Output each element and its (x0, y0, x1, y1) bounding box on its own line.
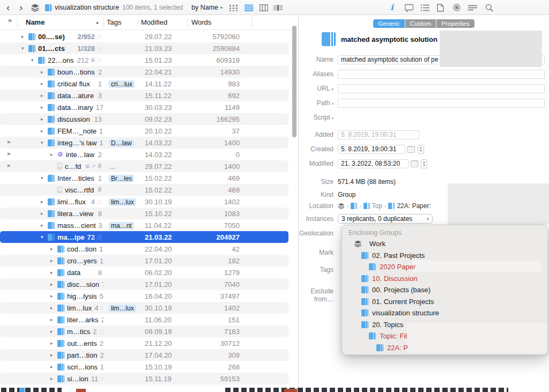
enclosing-group-item[interactable]: 22A: P (342, 342, 547, 354)
calendar-icon[interactable] (407, 146, 415, 153)
tag-pill[interactable]: lim…lux (109, 198, 136, 206)
disclosure-triangle[interactable]: ▸ (50, 152, 57, 157)
disclosure-triangle[interactable]: ▾ (41, 175, 48, 181)
disclosure-triangle[interactable]: ▾ (41, 234, 48, 240)
list-item[interactable]: ▸data…inary1730.03.231149 (0, 101, 288, 113)
disclosure-triangle[interactable]: ▸ (50, 270, 57, 275)
list-item[interactable]: ▸discussion1309.02.23166295 (0, 113, 288, 125)
path-field[interactable] (338, 99, 545, 108)
date-stepper[interactable]: ▲▼ (418, 145, 424, 154)
instances-dropdown[interactable]: 3 replicants, 0 duplicates▾ (338, 214, 433, 224)
list-item[interactable]: visc…rtfd15.02.22469 (0, 184, 288, 196)
disclosure-triangle[interactable]: ▸ (41, 223, 48, 228)
disclosure-triangle[interactable]: ▸ (41, 199, 48, 204)
list-item[interactable]: ▸liter…arks211.06.20151 (0, 314, 288, 326)
disclosure-triangle[interactable]: ▸ (50, 293, 57, 299)
enclosing-group-item[interactable]: 00. Projects (base) (342, 284, 547, 296)
list-item[interactable]: ▸cod…tion122.04.2042 (0, 243, 288, 255)
info-icon[interactable]: i (390, 0, 394, 15)
disclosure-triangle[interactable]: ▸ (50, 376, 57, 381)
sort-button[interactable]: by Name▾ (191, 0, 222, 15)
annotations-icon[interactable] (405, 0, 413, 15)
url-field[interactable] (338, 84, 545, 93)
list-item[interactable]: ▸out…ents221.12.2030712 (0, 337, 288, 349)
list-item[interactable]: ▸data806.02.201279 (0, 267, 288, 278)
disclosure-triangle[interactable]: ▸ (50, 305, 57, 310)
chevron-down-icon[interactable]: ▾ (331, 102, 333, 106)
disclosure-triangle[interactable]: ▸ (41, 81, 48, 86)
list-item[interactable]: ▸data…ature315.11.22692 (0, 90, 288, 101)
document-icon[interactable] (437, 0, 444, 15)
search-icon[interactable] (485, 0, 493, 15)
enclosing-group-item[interactable]: Topic: Fil (342, 330, 547, 342)
list-item[interactable]: ▸part…tion217.04.20309 (0, 349, 288, 361)
list-view-button[interactable] (244, 0, 253, 15)
icons-view-button[interactable] (229, 0, 238, 15)
flag-column-header[interactable]: ⚑ (8, 18, 12, 24)
list-item[interactable]: ⚑▸⚙inte…law214.03.220 (0, 149, 288, 160)
disclosure-triangle[interactable]: ▸ (50, 329, 57, 334)
enclosing-group-item[interactable]: 02. Past Projects (342, 250, 547, 262)
disclosure-triangle[interactable]: ▸ (50, 282, 57, 287)
contents-icon[interactable] (421, 0, 429, 15)
aliases-field[interactable] (338, 70, 545, 79)
list-item[interactable]: ▸cro…yers117.01.20182 (0, 255, 288, 267)
column-header-name[interactable]: Name (26, 18, 44, 26)
tab-properties[interactable]: Properties (436, 19, 474, 28)
column-header-words[interactable]: Words (191, 18, 211, 26)
chevron-down-icon[interactable]: ▾ (331, 87, 333, 91)
list-item[interactable]: ▸si…ion1115.11.1959153 (0, 373, 288, 384)
list-item[interactable]: ⚑▾integ…'s law1D…law14.03.221400 (0, 137, 288, 149)
tag-pill[interactable]: cri…lux (109, 80, 135, 88)
disclosure-triangle[interactable]: ▸ (50, 246, 57, 252)
scrollbar-thumb[interactable] (292, 26, 296, 137)
tag-pill[interactable]: ma…nt (109, 222, 134, 230)
location-path[interactable]: › › Top › 22A: Paper: (338, 202, 431, 210)
enclosing-group-item[interactable]: visualization structure (342, 307, 547, 319)
log-icon[interactable] (468, 0, 477, 15)
disclosure-triangle[interactable]: ▸ (41, 211, 48, 216)
list-item[interactable]: ⚑c…fd⊞↗…29.07.221400 (0, 160, 288, 172)
disclosure-triangle[interactable]: ▸ (50, 317, 57, 322)
list-item[interactable]: ▸lim…lux4lim…lux30.10.191402 (0, 302, 288, 314)
disclosure-triangle[interactable]: ▸ (50, 341, 57, 346)
list-item[interactable]: ▸litera…view815.10.221083 (0, 208, 288, 219)
tag-pill[interactable]: D…law (109, 139, 134, 147)
forward-button[interactable]: › (19, 0, 23, 15)
modified-field[interactable]: 21. 3.2022, 08:53:20 (338, 159, 409, 168)
disclosure-triangle[interactable]: ▾ (21, 46, 28, 51)
disclosure-triangle[interactable]: ▸ (50, 352, 57, 358)
disclosure-triangle[interactable]: ▸ (41, 116, 48, 122)
tag-pill[interactable]: lim…lux (109, 305, 136, 312)
created-field[interactable]: 5. 8.2019, 19:00:31 (338, 145, 405, 154)
disclosure-triangle[interactable]: ▸ (41, 69, 48, 75)
list-item[interactable]: ▸boun…tions222.04.2114930 (0, 66, 288, 78)
date-stepper[interactable]: ▲▼ (421, 159, 427, 168)
list-item[interactable]: ▸limi…flux4lim…lux30.10.191402 (0, 196, 288, 208)
disclosure-triangle[interactable]: ▸ (21, 34, 28, 39)
pane-divider[interactable] (298, 0, 299, 392)
column-header-tags[interactable]: Tags (107, 18, 121, 26)
sidebar-icon[interactable] (31, 0, 40, 15)
disclosure-triangle[interactable]: ▸ (50, 258, 57, 263)
list-item[interactable]: ▾Inter…ticles1Br…les15.02.22469 (0, 172, 288, 184)
tag-pill[interactable]: Br…les (109, 175, 134, 182)
concordance-icon[interactable] (453, 0, 461, 15)
columns-view-button[interactable] (259, 0, 268, 15)
calendar-icon[interactable] (411, 160, 418, 167)
list-item[interactable]: ▸disc…sion717.01.207040 (0, 278, 288, 290)
list-item[interactable]: ▸m…tics209.09.197163 (0, 326, 288, 337)
disclosure-triangle[interactable]: ▸ (41, 105, 48, 110)
chevron-down-icon[interactable]: ▾ (331, 116, 333, 120)
back-button[interactable]: ‹ (6, 0, 10, 15)
list-item[interactable]: ▸00.…se)2/95229.07.225792060 (0, 31, 288, 42)
list-item[interactable]: ▾ma…ipe7221.03.22204927 (0, 231, 288, 243)
tab-generic[interactable]: Generic (373, 19, 404, 28)
disclosure-triangle[interactable]: ▾ (41, 140, 48, 145)
disclosure-triangle[interactable]: ▸ (41, 93, 48, 98)
list-item[interactable]: ▸FEM…_note120.10.2237 (0, 125, 288, 137)
list-item[interactable]: ▸hig…lysis516.04.2037497 (0, 290, 288, 302)
list-item[interactable]: ▸scri…ions115.10.19268 (0, 361, 288, 373)
list-item[interactable]: ▾22…ons212⊞15.01.23609319 (0, 54, 288, 66)
list-item[interactable]: ▸mass…cient3ma…nt11.04.227050 (0, 219, 288, 231)
